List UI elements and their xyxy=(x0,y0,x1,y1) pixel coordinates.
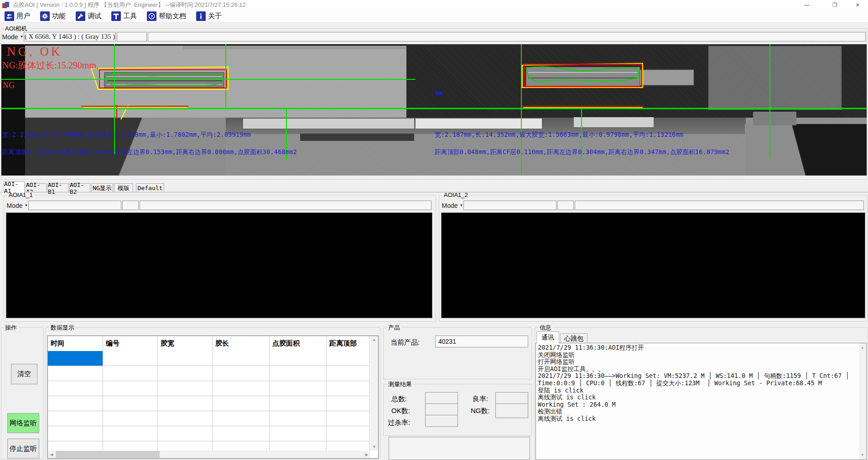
table-row[interactable] xyxy=(48,396,370,411)
table-cell[interactable] xyxy=(270,411,327,426)
table-cell[interactable] xyxy=(270,351,327,366)
tab-template[interactable]: 模版 xyxy=(114,183,133,192)
tab-default[interactable]: Default xyxy=(136,183,164,192)
t-tool-icon xyxy=(111,11,121,21)
table-column-header[interactable]: 时间 xyxy=(48,336,103,351)
menu-item-help[interactable]: ? 帮助文档 xyxy=(146,11,187,22)
info-log-area[interactable]: 2021/7/29 11:36:30:AOI程序打开关闭网络监听打开网络监听开启… xyxy=(535,343,867,460)
log-scrollbar[interactable] xyxy=(859,343,866,460)
table-cell[interactable] xyxy=(48,396,103,411)
table-cell[interactable] xyxy=(103,366,158,381)
table-row[interactable] xyxy=(48,366,370,381)
table-cell[interactable] xyxy=(103,411,158,426)
table-cell[interactable] xyxy=(213,426,270,441)
table-cell[interactable] xyxy=(213,366,270,381)
table-cell[interactable] xyxy=(48,366,103,381)
overkill-label: 过杀率: xyxy=(388,419,410,427)
table-cell[interactable] xyxy=(213,381,270,396)
chevron-down-icon: ▼ xyxy=(25,203,28,207)
aoia1-2-image-view[interactable] xyxy=(441,212,865,318)
info-group-label: 信息 xyxy=(538,324,553,332)
table-cell[interactable] xyxy=(48,351,103,366)
table-column-header[interactable]: 编号 xyxy=(103,336,158,351)
tab-aoi-a2[interactable]: AOI-A2 xyxy=(26,183,47,192)
table-column-header[interactable]: 胶长 xyxy=(213,336,270,351)
svg-text:?: ? xyxy=(151,14,153,19)
scroll-up-icon[interactable]: ▲ xyxy=(370,336,378,343)
hscroll-thumb[interactable] xyxy=(56,451,160,458)
tab-baseline xyxy=(0,192,868,192)
aoia1-1-mode-dropdown[interactable]: Mode▼ xyxy=(7,201,27,210)
table-body xyxy=(48,351,370,456)
table-row[interactable] xyxy=(48,351,370,366)
restore-button-icon[interactable]: ❐ xyxy=(825,0,845,10)
aoia1-2-field-2 xyxy=(557,201,574,210)
table-cell[interactable] xyxy=(327,381,370,396)
table-row[interactable] xyxy=(48,381,370,396)
table-cell[interactable] xyxy=(270,396,327,411)
table-cell[interactable] xyxy=(158,366,213,381)
table-cell[interactable] xyxy=(327,411,370,426)
scroll-left-icon[interactable]: ◀ xyxy=(48,450,55,458)
aoia1-1-image-view[interactable] xyxy=(6,212,432,318)
table-cell[interactable] xyxy=(270,426,327,441)
table-cell[interactable] xyxy=(158,396,213,411)
table-cell[interactable] xyxy=(327,366,370,381)
component-shapes xyxy=(104,67,796,141)
table-cell[interactable] xyxy=(103,381,158,396)
camera-mode-dropdown[interactable]: Mode▼ xyxy=(3,32,23,41)
table-cell[interactable] xyxy=(158,426,213,441)
table-cell[interactable] xyxy=(158,351,213,366)
scroll-up-icon[interactable]: ▲ xyxy=(859,344,866,351)
table-cell[interactable] xyxy=(103,396,158,411)
table-cell[interactable] xyxy=(48,426,103,441)
table-cell[interactable] xyxy=(48,381,103,396)
menu-item-debug[interactable]: 调试 xyxy=(75,11,102,22)
user-icon xyxy=(5,11,14,21)
info-tab-comm[interactable]: 通讯 xyxy=(536,331,559,343)
camera-image-view[interactable]: NG, OK NG:胶体过长:15.290mm, NG OK 宽:2.215mm… xyxy=(1,44,867,176)
tab-aoi-b2[interactable]: AOI-B2 xyxy=(69,183,90,192)
table-cell[interactable] xyxy=(270,381,327,396)
table-cell[interactable] xyxy=(327,426,370,441)
table-cell[interactable] xyxy=(213,411,270,426)
table-cell[interactable] xyxy=(213,351,270,366)
current-product-input[interactable]: 40231 xyxy=(435,336,528,347)
overkill-field xyxy=(425,415,458,427)
scroll-down-icon[interactable]: ▼ xyxy=(859,452,866,458)
table-cell[interactable] xyxy=(327,351,370,366)
table-cell[interactable] xyxy=(327,396,370,411)
tab-aoi-a1[interactable]: AOI-A1 xyxy=(4,181,25,192)
clear-button[interactable]: 清空 xyxy=(11,364,37,384)
table-cell[interactable] xyxy=(103,426,158,441)
table-cell[interactable] xyxy=(103,351,158,366)
result-text: NG, OK xyxy=(7,45,62,59)
table-row[interactable] xyxy=(48,411,370,426)
scroll-right-icon[interactable]: ▶ xyxy=(363,450,370,458)
log-line: 登陆 is click xyxy=(538,387,857,394)
menu-item-function[interactable]: 功能 xyxy=(39,11,67,22)
table-column-header[interactable]: 胶宽 xyxy=(158,336,213,351)
tab-ng-display[interactable]: NG显示 xyxy=(91,183,113,192)
menu-item-user[interactable]: 用户 xyxy=(4,11,31,22)
table-cell[interactable] xyxy=(158,381,213,396)
table-vscrollbar[interactable] xyxy=(370,336,378,450)
menu-item-about[interactable]: 关于 xyxy=(195,11,223,22)
close-button-icon[interactable]: ✕ xyxy=(847,0,868,10)
table-column-header[interactable]: 点胶面积 xyxy=(270,336,327,351)
network-listen-button[interactable]: 网络监听 xyxy=(7,413,39,433)
table-cell[interactable] xyxy=(48,411,103,426)
info-tab-heartbeat[interactable]: 心跳包 xyxy=(560,333,587,343)
aoia1-2-mode-dropdown[interactable]: Mode▼ xyxy=(442,201,463,210)
table-column-header[interactable]: 距离顶部 xyxy=(327,336,370,351)
scroll-down-icon[interactable]: ▼ xyxy=(370,443,378,450)
table-cell[interactable] xyxy=(270,366,327,381)
table-cell[interactable] xyxy=(158,411,213,426)
table-row[interactable] xyxy=(48,426,370,441)
tab-aoi-b1[interactable]: AOI-B1 xyxy=(47,183,68,192)
minimize-button-icon[interactable]: — xyxy=(796,0,817,10)
menu-item-tools[interactable]: 工具 xyxy=(110,11,138,22)
table-cell[interactable] xyxy=(213,396,270,411)
title-bar: 点胶AOI [ Version : 1.0.0.9 ] 程序 【当前用户: En… xyxy=(0,0,868,10)
stop-listen-button[interactable]: 停止监听 xyxy=(7,439,39,459)
